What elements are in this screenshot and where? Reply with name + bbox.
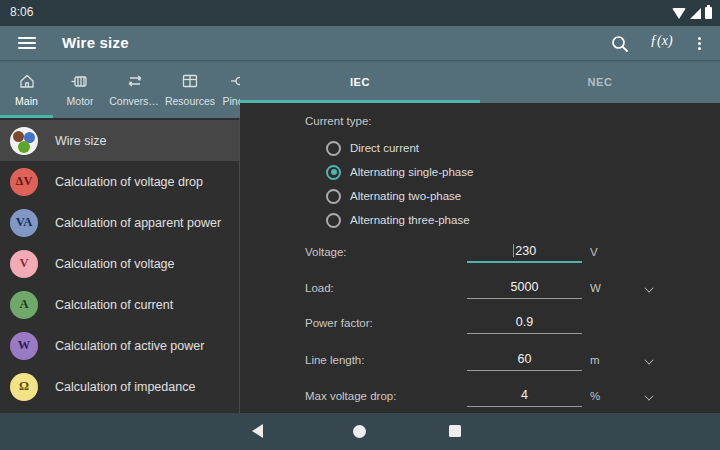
- sidebar-item-label: Calculation of impedance: [55, 380, 195, 394]
- field-row-voltage: Voltage: 230 V: [240, 240, 720, 266]
- standard-tab-bar: IEC NEC: [240, 60, 720, 103]
- wire-size-icon: [10, 127, 38, 155]
- tab-label: Main: [15, 95, 38, 107]
- voltage-label: Voltage:: [305, 246, 347, 258]
- home-nav-icon[interactable]: [353, 425, 366, 438]
- tab-label: Conversions: [109, 95, 160, 107]
- max-voltage-drop-unit-dropdown-icon[interactable]: [644, 391, 653, 400]
- current-type-label: Current type:: [305, 115, 371, 127]
- impedance-icon: Ω: [10, 373, 38, 401]
- power-factor-label: Power factor:: [305, 317, 373, 329]
- sidebar-item-voltage-drop[interactable]: ΔV Calculation of voltage drop: [0, 161, 239, 202]
- load-label: Load:: [305, 282, 334, 294]
- resources-icon: [180, 71, 200, 91]
- radio-icon: [326, 213, 341, 228]
- field-row-load: Load: 5000 W: [240, 276, 720, 302]
- app-screen: 8:06 Wire size ƒ(x) Main Motor: [0, 0, 720, 450]
- sidebar-item-label: Calculation of apparent power: [55, 216, 221, 230]
- left-pane: Main Motor Conversions Resources Pinouts: [0, 60, 240, 413]
- line-length-label: Line length:: [305, 354, 364, 366]
- voltage-input[interactable]: 230: [467, 242, 582, 263]
- tab-label: Motor: [67, 95, 94, 107]
- back-icon[interactable]: [252, 424, 263, 438]
- radio-alternating-single-phase[interactable]: Alternating single-phase: [326, 160, 473, 184]
- radio-icon: [326, 165, 341, 180]
- motor-icon: [69, 71, 91, 91]
- voltage-icon: V: [10, 250, 38, 278]
- sidebar-item-active-power[interactable]: W Calculation of active power: [0, 325, 239, 366]
- cell-signal-icon: [690, 8, 701, 19]
- current-icon: A: [10, 291, 38, 319]
- power-factor-input[interactable]: 0.9: [467, 313, 582, 334]
- android-nav-bar: [0, 413, 720, 450]
- radio-alternating-two-phase[interactable]: Alternating two-phase: [326, 184, 461, 208]
- status-bar: 8:06: [0, 0, 720, 26]
- voltage-unit: V: [590, 246, 598, 258]
- load-unit: W: [590, 282, 601, 294]
- sidebar-item-apparent-power[interactable]: VA Calculation of apparent power: [0, 202, 239, 243]
- tab-nec[interactable]: NEC: [480, 60, 720, 103]
- radio-icon: [326, 141, 341, 156]
- battery-icon: [705, 7, 712, 19]
- search-icon[interactable]: [610, 34, 630, 54]
- tab-conversions[interactable]: Conversions: [107, 60, 162, 118]
- active-power-icon: W: [10, 332, 38, 360]
- sidebar-item-current[interactable]: A Calculation of current: [0, 284, 239, 325]
- load-input[interactable]: 5000: [467, 278, 582, 299]
- home-icon: [17, 71, 37, 91]
- pinouts-icon: [229, 71, 240, 91]
- apparent-power-icon: VA: [10, 209, 38, 237]
- sidebar-item-label: Calculation of voltage: [55, 257, 175, 271]
- sidebar-item-wire-size[interactable]: Wire size: [0, 120, 239, 161]
- radio-icon: [326, 189, 341, 204]
- voltage-drop-icon: ΔV: [10, 168, 38, 196]
- status-time: 8:06: [10, 5, 33, 19]
- radio-direct-current[interactable]: Direct current: [326, 136, 419, 160]
- sidebar-item-label: Calculation of current: [55, 298, 173, 312]
- sidebar-item-label: Wire size: [55, 134, 106, 148]
- sidebar-item-voltage[interactable]: V Calculation of voltage: [0, 243, 239, 284]
- max-voltage-drop-unit: %: [590, 390, 600, 402]
- tab-iec[interactable]: IEC: [240, 60, 480, 103]
- max-voltage-drop-label: Max voltage drop:: [305, 390, 396, 402]
- load-unit-dropdown-icon[interactable]: [644, 283, 653, 292]
- line-length-input[interactable]: 60: [467, 350, 582, 371]
- app-bar: Wire size ƒ(x): [0, 26, 720, 60]
- wifi-icon: [672, 8, 686, 19]
- radio-alternating-three-phase[interactable]: Alternating three-phase: [326, 208, 470, 232]
- sidebar-item-label: Calculation of active power: [55, 339, 204, 353]
- tab-main[interactable]: Main: [0, 60, 53, 118]
- max-voltage-drop-input[interactable]: 4: [467, 386, 582, 407]
- form-content: Current type: Direct current Alternating…: [240, 103, 720, 413]
- status-icons: [672, 7, 712, 19]
- conversions-icon: [125, 71, 145, 91]
- tab-motor[interactable]: Motor: [53, 60, 107, 118]
- tab-resources[interactable]: Resources: [162, 60, 218, 118]
- line-length-unit: m: [590, 354, 600, 366]
- recents-icon[interactable]: [449, 425, 461, 437]
- function-fx-icon[interactable]: ƒ(x): [650, 33, 673, 49]
- tab-label: Resources: [165, 95, 215, 107]
- sidebar-item-impedance[interactable]: Ω Calculation of impedance: [0, 366, 239, 407]
- tab-label: Pinouts: [222, 95, 240, 107]
- overflow-menu-icon[interactable]: [694, 34, 704, 52]
- tab-pinouts[interactable]: Pinouts: [218, 60, 240, 118]
- sidebar: Wire size ΔV Calculation of voltage drop…: [0, 118, 240, 413]
- field-row-line-length: Line length: 60 m: [240, 348, 720, 374]
- page-title: Wire size: [62, 34, 129, 51]
- right-pane: IEC NEC Current type: Direct current Alt…: [240, 60, 720, 413]
- field-row-power-factor: Power factor: 0.9: [240, 311, 720, 337]
- module-tab-bar: Main Motor Conversions Resources Pinouts: [0, 60, 240, 118]
- hamburger-menu-icon[interactable]: [18, 35, 36, 51]
- line-length-unit-dropdown-icon[interactable]: [644, 355, 653, 364]
- sidebar-item-label: Calculation of voltage drop: [55, 175, 203, 189]
- field-row-max-voltage-drop: Max voltage drop: 4 %: [240, 384, 720, 410]
